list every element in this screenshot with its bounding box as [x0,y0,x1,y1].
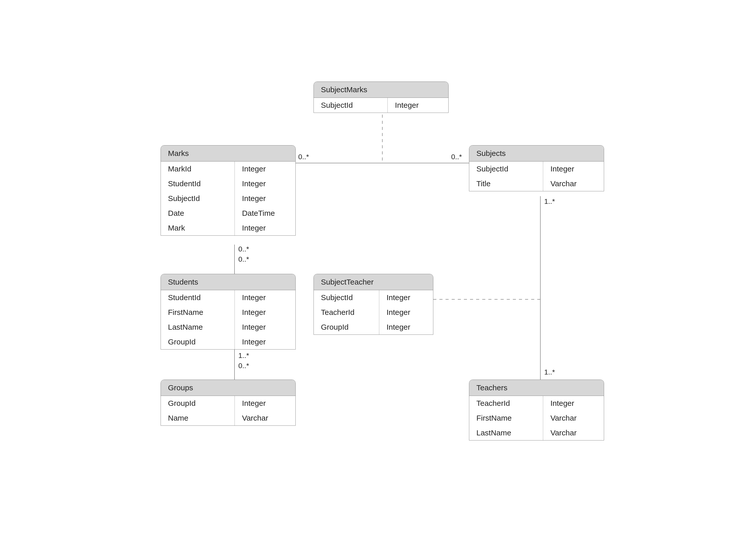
attribute-row: Title Varchar [469,176,604,191]
attribute-type: Integer [543,396,604,411]
attribute-type: Varchar [543,425,604,440]
attribute-type: Integer [379,320,433,334]
attribute-row: FirstName Integer [161,305,295,320]
entity-title: SubjectMarks [314,82,448,98]
er-diagram-canvas: SubjectMarks SubjectId Integer Marks Mar… [0,0,756,535]
attribute-name: GroupId [161,396,235,411]
attribute-name: StudentId [161,176,235,191]
multiplicity-label: 0..* [238,255,249,264]
multiplicity-label: 1..* [544,197,555,206]
attribute-name: FirstName [469,411,543,425]
attribute-row: LastName Varchar [469,425,604,440]
attribute-name: LastName [161,320,235,334]
attribute-name: SubjectId [314,290,379,305]
attribute-type: Integer [235,290,295,305]
entity-title: Marks [161,146,295,161]
attribute-name: SubjectId [161,191,235,206]
multiplicity-label: 0..* [298,153,309,161]
attribute-name: SubjectId [314,98,388,113]
attribute-type: Varchar [543,411,604,425]
attribute-name: Mark [161,221,235,236]
attribute-type: Integer [235,396,295,411]
attribute-row: TeacherId Integer [469,396,604,411]
attribute-type: Integer [388,98,448,113]
attribute-name: SubjectId [469,161,543,176]
attribute-name: StudentId [161,290,235,305]
attribute-row: StudentId Integer [161,290,295,305]
multiplicity-label: 0..* [451,153,462,161]
multiplicity-label: 0..* [238,245,249,253]
attribute-row: Date DateTime [161,206,295,221]
attribute-type: Integer [235,176,295,191]
attribute-type: Integer [235,161,295,176]
entity-subjectmarks[interactable]: SubjectMarks SubjectId Integer [313,81,449,113]
attribute-type: Integer [543,161,604,176]
attribute-name: GroupId [161,334,235,349]
attribute-row: MarkId Integer [161,161,295,176]
attribute-row: SubjectId Integer [314,290,433,305]
entity-teachers[interactable]: Teachers TeacherId Integer FirstName Var… [469,380,604,440]
attribute-type: Varchar [543,176,604,191]
attribute-name: Title [469,176,543,191]
entity-subjects[interactable]: Subjects SubjectId Integer Title Varchar [469,145,604,191]
attribute-row: TeacherId Integer [314,305,433,320]
attribute-type: Integer [235,221,295,236]
entity-students[interactable]: Students StudentId Integer FirstName Int… [160,274,296,350]
attribute-type: Integer [379,290,433,305]
attribute-row: GroupId Integer [161,334,295,349]
attribute-type: DateTime [235,206,295,221]
attribute-name: TeacherId [469,396,543,411]
attribute-type: Integer [379,305,433,320]
attribute-row: LastName Integer [161,320,295,334]
multiplicity-label: 1..* [544,368,555,376]
attribute-row: StudentId Integer [161,176,295,191]
attribute-name: FirstName [161,305,235,320]
attribute-row: GroupId Integer [161,396,295,411]
attribute-name: Date [161,206,235,221]
attribute-row: FirstName Varchar [469,411,604,425]
attribute-type: Integer [235,305,295,320]
entity-title: Subjects [469,146,604,161]
attribute-type: Integer [235,320,295,334]
attribute-row: GroupId Integer [314,320,433,334]
entity-groups[interactable]: Groups GroupId Integer Name Varchar [160,380,296,426]
attribute-row: SubjectId Integer [469,161,604,176]
entity-marks[interactable]: Marks MarkId Integer StudentId Integer S… [160,145,296,236]
connector-layer [0,0,756,535]
attribute-row: Mark Integer [161,221,295,236]
entity-subjectteacher[interactable]: SubjectTeacher SubjectId Integer Teacher… [313,274,433,335]
attribute-name: Name [161,411,235,425]
entity-title: Students [161,274,295,290]
attribute-row: SubjectId Integer [161,191,295,206]
attribute-row: Name Varchar [161,411,295,425]
attribute-type: Integer [235,334,295,349]
multiplicity-label: 0..* [238,362,249,370]
attribute-name: GroupId [314,320,379,334]
entity-title: SubjectTeacher [314,274,433,290]
entity-title: Teachers [469,380,604,396]
attribute-name: TeacherId [314,305,379,320]
multiplicity-label: 1..* [238,352,249,360]
attribute-name: MarkId [161,161,235,176]
attribute-type: Integer [235,191,295,206]
attribute-type: Varchar [235,411,295,425]
attribute-row: SubjectId Integer [314,98,448,113]
attribute-name: LastName [469,425,543,440]
entity-title: Groups [161,380,295,396]
